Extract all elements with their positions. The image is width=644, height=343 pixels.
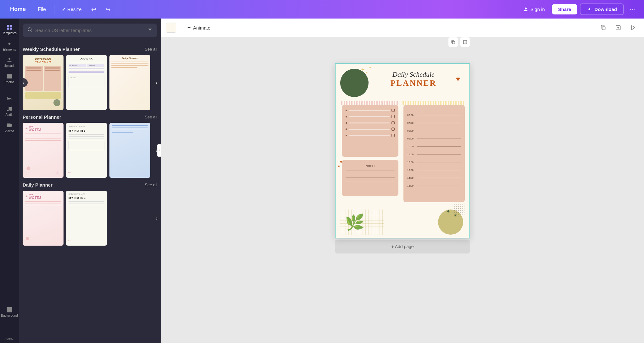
schedule-box[interactable]: 06:00 07:00 08:00 xyxy=(403,105,465,202)
todo-checkbox-2[interactable] xyxy=(391,115,395,118)
resize-icon: ⤢ xyxy=(62,7,65,12)
sidebar-item-photos[interactable]: Photos xyxy=(1,71,18,86)
svg-point-11 xyxy=(10,109,12,111)
notes-label: Notes : xyxy=(346,164,395,167)
schedule-row-0600: 06:00 xyxy=(407,114,461,117)
section-daily-see-all[interactable]: See all xyxy=(145,182,157,187)
todo-checkbox-1[interactable] xyxy=(391,109,395,112)
todo-checkbox-3[interactable] xyxy=(391,121,395,124)
time-line-1200 xyxy=(417,162,461,162)
time-label-0700: 07:00 xyxy=(407,122,416,124)
template-thumb-weekly-1[interactable]: Daily SchedulePLANNER xyxy=(23,55,64,110)
main-layout: Templates Elements Uploads Photos Text A… xyxy=(0,19,644,343)
todo-dot-3 xyxy=(346,122,347,124)
todo-line-5 xyxy=(349,135,390,136)
weekly-arrow-left[interactable]: ‹ xyxy=(19,78,28,87)
schedule-row-0900: 09:00 xyxy=(407,137,461,140)
canvas-scroll[interactable]: ✦ ✦ ✦ Daily Schedule PLANNER ♥ xyxy=(161,37,644,343)
time-line-0900 xyxy=(417,139,461,139)
svg-marker-20 xyxy=(632,25,635,30)
sidebar-item-templates[interactable]: Templates xyxy=(1,22,18,37)
svg-point-9 xyxy=(8,75,9,76)
animate-button[interactable]: ✦ Animate xyxy=(184,23,214,32)
template-scroll-area: Weekly Schedule Planner See all ‹ Daily … xyxy=(19,41,161,343)
svg-rect-4 xyxy=(7,28,9,30)
svg-rect-1 xyxy=(588,11,591,11)
daily-arrow-right[interactable]: › xyxy=(152,214,161,223)
schedule-row-1100: 11:00 xyxy=(407,153,461,156)
add-page-button-bottom[interactable]: + Add page xyxy=(335,240,470,253)
hide-panel-button[interactable]: ‹ xyxy=(157,144,161,157)
template-thumb-personal-2[interactable]: SATURDAYS · APR MY NOTES ↩ xyxy=(66,123,107,178)
section-personal-see-all[interactable]: See all xyxy=(145,115,157,119)
sign-in-button[interactable]: Sign in xyxy=(519,4,549,15)
text-icon xyxy=(6,90,13,96)
template-thumb-daily-1[interactable]: ★ myNOTES ● xyxy=(23,191,64,246)
template-thumb-weekly-2[interactable]: AGENDA To-do List Priorities Notes... xyxy=(66,55,107,110)
sparkle-1: ✦ xyxy=(361,67,365,73)
filter-icon[interactable] xyxy=(147,27,153,34)
section-weekly-see-all[interactable]: See all xyxy=(145,47,157,52)
time-label-1000: 10:00 xyxy=(407,145,416,148)
schedule-row-1300: 13:00 xyxy=(407,169,461,172)
present-button[interactable] xyxy=(628,22,639,33)
weekly-arrow-right[interactable]: › xyxy=(152,78,161,87)
background-icon xyxy=(6,307,13,313)
todo-checkbox-5[interactable] xyxy=(391,134,395,137)
sidebar-bottom-dots[interactable]: ··· xyxy=(8,320,11,333)
redo-button[interactable]: ↪ xyxy=(102,4,114,15)
top-nav: Home File ⤢ Resize ↩ ↪ Sign in Share Dow… xyxy=(0,0,644,19)
svg-rect-5 xyxy=(10,28,12,30)
download-button[interactable]: Download xyxy=(580,3,624,15)
template-thumb-daily-2[interactable]: SATURDAYS · APR MY NOTES ↩ xyxy=(66,191,107,246)
time-line-1400 xyxy=(417,178,461,178)
svg-point-10 xyxy=(7,110,9,112)
deco-leaf: 🌿 xyxy=(345,213,364,231)
nav-home[interactable]: Home xyxy=(5,3,31,15)
undo-button[interactable]: ↩ xyxy=(88,4,100,15)
todo-item-3 xyxy=(346,121,395,124)
sidebar-item-background[interactable]: Background xyxy=(1,304,18,320)
sidebar-item-uploads[interactable]: Uploads xyxy=(1,54,18,70)
templates-icon xyxy=(6,24,13,30)
template-thumb-personal-1[interactable]: ★ myNOTES ● ☾ xyxy=(23,123,64,178)
time-line-1000 xyxy=(417,146,461,147)
canvas-page[interactable]: ✦ ✦ ✦ Daily Schedule PLANNER ♥ xyxy=(335,63,470,238)
sidebar-item-elements[interactable]: Elements xyxy=(1,38,18,54)
time-label-1300: 13:00 xyxy=(407,169,416,172)
todo-checkbox-4[interactable] xyxy=(391,128,395,131)
section-daily-title: Daily Planner xyxy=(23,182,53,188)
todo-box[interactable] xyxy=(342,105,398,157)
template-thumb-weekly-3[interactable]: Daily Planner xyxy=(109,55,150,110)
nav-resize[interactable]: ⤢ Resize xyxy=(58,5,86,14)
sidebar-item-text[interactable]: Text xyxy=(1,87,18,103)
sidebar-bottom-label[interactable]: round xyxy=(5,334,14,343)
more-options-button[interactable]: ⋯ xyxy=(626,4,639,15)
nav-file[interactable]: File xyxy=(33,4,50,15)
template-thumb-personal-3[interactable] xyxy=(109,123,150,178)
sparkle-2: ✦ xyxy=(365,71,368,74)
sidebar-item-videos[interactable]: Videos xyxy=(1,120,18,135)
duplicate-page-button[interactable] xyxy=(448,37,458,47)
search-bar xyxy=(23,24,157,37)
planner-background: ✦ ✦ ✦ Daily Schedule PLANNER ♥ xyxy=(336,64,469,238)
add-new-page-button[interactable] xyxy=(460,37,470,47)
add-page-button[interactable] xyxy=(613,22,624,33)
copy-layout-button[interactable] xyxy=(597,22,609,33)
audio-icon xyxy=(6,106,13,112)
sparkle-5: ✦ xyxy=(454,213,457,218)
svg-rect-12 xyxy=(7,123,11,127)
section-weekly-title: Weekly Schedule Planner xyxy=(23,46,80,52)
sidebar-item-audio[interactable]: Audio xyxy=(1,103,18,119)
time-line-0600 xyxy=(417,115,461,115)
todo-item-5 xyxy=(346,134,395,137)
search-input[interactable] xyxy=(35,28,145,33)
svg-rect-21 xyxy=(452,41,455,44)
share-button[interactable]: Share xyxy=(552,4,578,14)
svg-rect-2 xyxy=(7,25,9,27)
notes-box[interactable]: Notes : xyxy=(342,160,398,196)
template-panel: Weekly Schedule Planner See all ‹ Daily … xyxy=(19,19,161,343)
page-color-swatch[interactable] xyxy=(166,23,176,33)
notes-line-1 xyxy=(346,171,395,171)
canvas-page-wrapper: ✦ ✦ ✦ Daily Schedule PLANNER ♥ xyxy=(335,50,470,253)
